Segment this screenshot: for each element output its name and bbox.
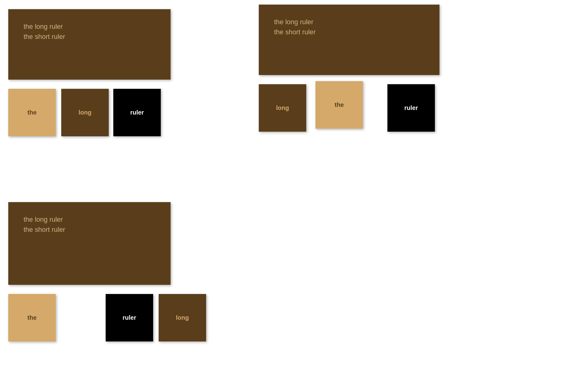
card-small-ruler-bottom-left: ruler <box>106 294 153 341</box>
card-large-bottom-left: the long ruler the short ruler <box>8 202 171 285</box>
card-small-the-top-left: the <box>8 89 56 136</box>
card-large-top-left: the long ruler the short ruler <box>8 9 171 80</box>
card-small-long-top-right: long <box>259 84 306 132</box>
card-small-long-top-left: long <box>61 89 109 136</box>
card-small-the-bottom-left: the <box>8 294 56 341</box>
card-small-ruler-top-right: ruler <box>387 84 435 132</box>
card-small-the-top-right: the <box>315 81 363 129</box>
card-small-ruler-top-left: ruler <box>113 89 161 136</box>
card-text-bottom-left: the long ruler the short ruler <box>24 216 65 233</box>
card-text-top-left: the long ruler the short ruler <box>24 23 65 40</box>
card-large-top-right: the long ruler the short ruler <box>259 5 439 75</box>
card-text-top-right: the long ruler the short ruler <box>274 18 316 36</box>
card-small-long-bottom-left: long <box>159 294 206 341</box>
